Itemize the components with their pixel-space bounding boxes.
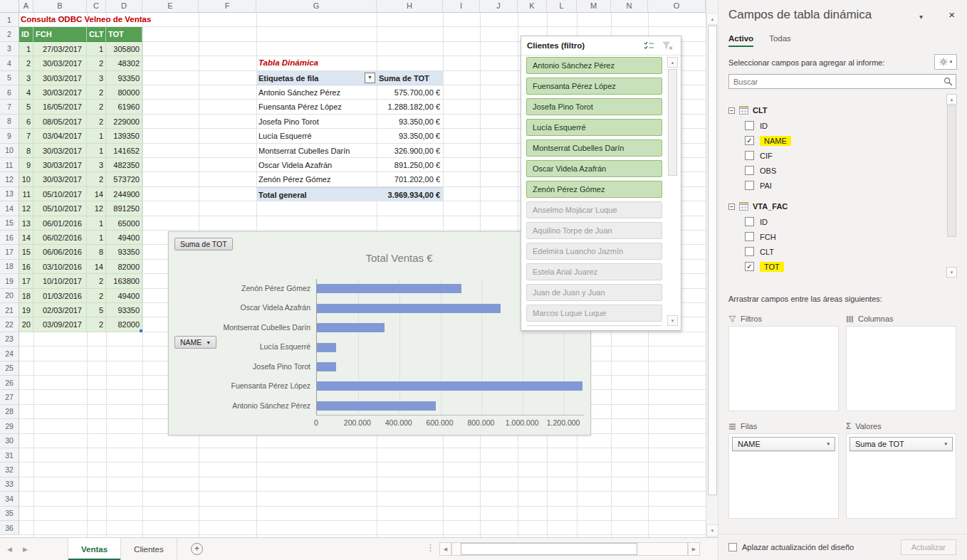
chart-bar[interactable] <box>317 381 582 391</box>
pivot-row-value[interactable]: 891.250,00 € <box>377 158 443 172</box>
vertical-scroll-thumb[interactable] <box>708 26 717 495</box>
chart-bar[interactable] <box>317 343 336 352</box>
search-input[interactable] <box>728 74 956 89</box>
cell-TOT[interactable]: 82000 <box>106 317 142 332</box>
cell-CLT[interactable]: 5 <box>87 303 106 317</box>
cell-CLT[interactable]: 1 <box>87 216 106 231</box>
row-header-10[interactable]: 10 <box>0 144 19 158</box>
row-header-34[interactable]: 34 <box>0 492 19 506</box>
field-group-CLT[interactable]: −CLT <box>728 102 768 118</box>
pivot-row-label[interactable]: Josefa Pino Torot <box>256 115 377 129</box>
checkbox-FCH[interactable] <box>745 232 754 241</box>
horizontal-scroll-thumb[interactable] <box>461 543 637 555</box>
row-header-28[interactable]: 28 <box>0 405 19 419</box>
slicer-item[interactable]: Zenón Pérez Gómez <box>526 181 662 198</box>
scroll-right-icon[interactable]: ▶ <box>688 542 700 556</box>
cell-TOT[interactable]: 49400 <box>106 231 142 245</box>
chart-bar[interactable] <box>317 304 501 313</box>
area-box-filtros[interactable] <box>728 326 839 411</box>
tab-activo[interactable]: Activo <box>728 34 753 47</box>
cell-ID[interactable]: 15 <box>19 245 33 259</box>
row-header-36[interactable]: 36 <box>0 521 19 535</box>
cell-FCH[interactable]: 06/06/2016 <box>33 245 87 259</box>
row-header-27[interactable]: 27 <box>0 390 19 404</box>
cell-CLT[interactable]: 1 <box>87 129 106 143</box>
column-header-I[interactable]: I <box>443 0 480 13</box>
cell-TOT[interactable]: 61960 <box>106 100 142 114</box>
field-chip[interactable]: Suma de TOT▾ <box>850 437 953 451</box>
cell-ID[interactable]: 7 <box>19 129 33 143</box>
checkbox-CIF[interactable] <box>745 151 754 160</box>
field-list-scrollbar[interactable]: ▲ ▼ <box>946 94 957 278</box>
cell-TOT[interactable]: 305800 <box>106 42 142 56</box>
slicer-clear-filter-icon[interactable] <box>660 39 675 53</box>
column-header-C[interactable]: C <box>87 0 106 13</box>
pane-close-icon[interactable]: × <box>948 9 955 21</box>
chart-value-field-button[interactable]: Suma de TOT <box>174 238 233 250</box>
pivot-row-label[interactable]: Antonio Sánchez Pérez <box>256 85 377 100</box>
column-header-G[interactable]: G <box>256 0 377 13</box>
scroll-down-icon[interactable]: ▼ <box>706 524 718 537</box>
cell-FCH[interactable]: 05/10/2017 <box>33 187 87 201</box>
area-box-valores[interactable]: Suma de TOT▾ <box>846 433 956 519</box>
scroll-down-icon[interactable]: ▼ <box>667 315 678 326</box>
cell-ID[interactable]: 17 <box>19 274 33 288</box>
row-header-15[interactable]: 15 <box>0 216 19 231</box>
row-header-31[interactable]: 31 <box>0 448 19 463</box>
column-header-D[interactable]: D <box>106 0 142 13</box>
column-header-J[interactable]: J <box>480 0 518 13</box>
row-header-24[interactable]: 24 <box>0 347 19 361</box>
slicer-item[interactable]: Maria Pérez Lindez <box>526 325 662 326</box>
slicer-item[interactable]: Oscar Videla Azafrán <box>526 160 662 177</box>
sheet-tab-ventas[interactable]: Ventas <box>68 538 121 560</box>
chart-bar[interactable] <box>317 323 385 332</box>
cell-ID[interactable]: 19 <box>19 303 33 317</box>
checkbox-NAME[interactable]: ✓ <box>745 136 754 145</box>
cell-FCH[interactable]: 27/03/2017 <box>33 42 87 56</box>
row-header-35[interactable]: 35 <box>0 507 19 521</box>
cell-CLT[interactable]: 2 <box>87 274 106 288</box>
field-CLT-ID[interactable]: ID <box>745 118 768 133</box>
scroll-left-icon[interactable]: ◀ <box>439 542 451 556</box>
update-button[interactable]: Actualizar <box>901 539 956 555</box>
cell-FCH[interactable]: 08/05/2017 <box>33 115 87 129</box>
cell-ID[interactable]: 4 <box>19 85 33 100</box>
row-header-14[interactable]: 14 <box>0 201 19 216</box>
slicer-scrollbar[interactable]: ▲ ▼ <box>667 57 678 326</box>
pivot-row-value[interactable]: 326.900,00 € <box>377 144 443 158</box>
cell-CLT[interactable]: 2 <box>87 115 106 129</box>
row-header-16[interactable]: 16 <box>0 231 19 245</box>
pane-options-caret-icon[interactable]: ▾ <box>919 13 923 21</box>
defer-layout-checkbox[interactable] <box>728 543 737 551</box>
slicer-item[interactable]: Estela Arial Juarez <box>526 263 662 280</box>
sheet-nav-right-icon[interactable]: ▶ <box>23 546 28 553</box>
column-header-N[interactable]: N <box>611 0 648 13</box>
pivot-filter-dropdown-icon[interactable]: ▼ <box>365 73 375 83</box>
cell-TOT[interactable]: 244900 <box>106 187 142 201</box>
field-CLT-NAME[interactable]: ✓NAME <box>745 133 791 148</box>
pivot-row-label[interactable]: Lucía Esquerré <box>256 129 377 143</box>
scroll-up-icon[interactable]: ▲ <box>706 13 718 25</box>
row-header-8[interactable]: 8 <box>0 115 19 129</box>
cell-FCH[interactable]: 03/10/2016 <box>33 260 87 274</box>
cell-TOT[interactable]: 49400 <box>106 289 142 303</box>
row-header-30[interactable]: 30 <box>0 434 19 448</box>
row-header-2[interactable]: 2 <box>0 27 19 41</box>
checkbox-CLT[interactable] <box>745 247 754 256</box>
field-VTA_FAC-TOT[interactable]: ✓TOT <box>745 259 784 274</box>
field-list-scroll-thumb[interactable] <box>947 105 956 237</box>
cell-FCH[interactable]: 06/02/2016 <box>33 231 87 245</box>
cell-TOT[interactable]: 80000 <box>106 85 142 100</box>
slicer-item[interactable]: Antonio Sánchez Pérez <box>526 57 662 74</box>
cell-ID[interactable]: 3 <box>19 71 33 85</box>
vertical-scrollbar[interactable]: ▲ ▼ <box>706 0 718 537</box>
slicer-item[interactable]: Aquilino Torpe de Juan <box>526 222 662 239</box>
tab-splitter-handle[interactable]: ⋮ <box>426 542 435 553</box>
pivot-row-value[interactable]: 1.288.182,00 € <box>377 100 443 114</box>
cell-ID[interactable]: 20 <box>19 317 33 332</box>
slicer-item[interactable]: Fuensanta Pérez López <box>526 78 662 95</box>
column-header-A[interactable]: A <box>19 0 33 13</box>
cell-CLT[interactable]: 14 <box>87 187 106 201</box>
row-header-20[interactable]: 20 <box>0 289 19 303</box>
pivot-row-value[interactable]: 701.202,00 € <box>377 172 443 186</box>
